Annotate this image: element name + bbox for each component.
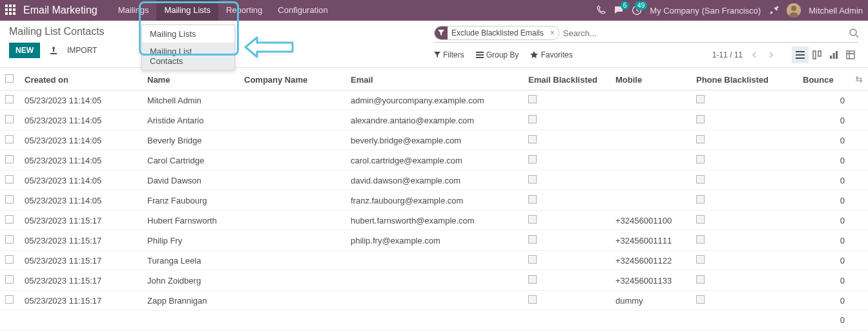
cell-email: admin@yourcompany.example.com [346,90,523,110]
cell-email: philip.fry@example.com [346,231,523,251]
cell-phone-blacklisted [691,211,798,231]
cell-phone-blacklisted [691,271,798,291]
topbar: Email Marketing Mailings Mailing Lists R… [0,0,868,21]
col-bounce[interactable]: Bounce [798,68,850,90]
facet-remove[interactable]: × [546,28,559,37]
row-checkbox[interactable] [5,155,14,163]
menu-configuration[interactable]: Configuration [270,0,335,21]
phone-blacklisted-checkbox [696,175,705,183]
search-bar: Exclude Blacklisted Emails × [434,26,859,43]
cell-created: 05/23/2023 11:15:17 [19,211,142,231]
menu-mailing-lists[interactable]: Mailing Lists [156,0,218,21]
view-list[interactable] [792,47,809,63]
cell-bounce: 0 [798,231,850,251]
svg-rect-10 [813,51,816,59]
filters-label: Filters [443,50,464,59]
group-by-button[interactable]: Group By [476,50,519,59]
debug-icon[interactable] [769,5,779,16]
facet-label: Exclude Blacklisted Emails [448,28,546,37]
cell-phone-blacklisted [691,251,798,271]
phone-blacklisted-checkbox [696,155,705,163]
phone-icon[interactable] [595,5,606,16]
col-phone-blacklisted[interactable]: Phone Blacklisted [691,68,798,90]
row-checkbox[interactable] [5,175,14,183]
view-pivot[interactable] [842,47,859,63]
cell-name: David Dawson [142,171,239,191]
cell-created: 05/23/2023 11:15:17 [19,271,142,291]
avatar[interactable] [787,3,801,17]
menu-reporting[interactable]: Reporting [218,0,270,21]
svg-rect-13 [833,53,835,59]
bounce-total: 0 [798,311,850,330]
table-row[interactable]: 05/23/2023 11:15:17Turanga Leela+3245600… [0,251,868,271]
col-optional[interactable] [850,68,868,90]
favorites-button[interactable]: Favorites [530,50,572,59]
phone-blacklisted-checkbox [696,115,705,123]
table-row[interactable]: 05/23/2023 11:15:17Zapp Brannigandummy0 [0,291,868,311]
apps-icon[interactable] [5,5,17,16]
row-checkbox[interactable] [5,235,14,244]
cell-mobile: +32456001111 [610,231,691,251]
table-row[interactable]: 05/23/2023 11:14:05Mitchell Adminadmin@y… [0,90,868,110]
select-all-checkbox[interactable] [5,74,14,83]
table-row[interactable]: 05/23/2023 11:14:05Beverly Bridgebeverly… [0,130,868,151]
row-checkbox[interactable] [5,115,14,123]
group-by-label: Group By [486,50,519,59]
cell-email: david.dawson@example.com [346,171,523,191]
col-company-name[interactable]: Company Name [239,68,346,90]
cell-phone-blacklisted [691,171,798,191]
user-menu[interactable]: Mitchell Admin [809,6,863,16]
col-created-on[interactable]: Created on [19,68,142,90]
messages-icon[interactable]: 6 [614,5,624,16]
row-checkbox[interactable] [5,295,14,304]
search-input[interactable] [563,28,849,38]
cell-phone-blacklisted [691,151,798,171]
table-row[interactable]: 05/23/2023 11:14:05Aristide Antarioalexa… [0,110,868,130]
table-row[interactable]: 05/23/2023 11:15:17John Zoidberg+3245600… [0,271,868,291]
table-row[interactable]: 05/23/2023 11:14:05Franz Faubourgfranz.f… [0,191,868,211]
pager-prev[interactable] [749,51,760,59]
search-icon[interactable] [849,28,859,38]
filters-button[interactable]: Filters [434,50,464,59]
cell-mobile [610,171,691,191]
cell-email-blacklisted [523,110,610,130]
row-checkbox[interactable] [5,255,14,264]
activities-icon[interactable]: 49 [632,5,642,16]
table-row[interactable]: 05/23/2023 11:15:17Hubert Farnsworthhube… [0,211,868,231]
col-email[interactable]: Email [346,68,523,90]
pager[interactable]: 1-11 / 11 [712,50,743,59]
email-blacklisted-checkbox [528,295,537,304]
svg-point-2 [791,6,796,11]
col-name[interactable]: Name [142,68,239,90]
cell-name: Aristide Antario [142,110,239,130]
row-checkbox[interactable] [5,195,14,204]
cell-company [239,211,346,231]
company-selector[interactable]: My Company (San Francisco) [650,6,761,16]
cell-phone-blacklisted [691,231,798,251]
cell-created: 05/23/2023 11:15:17 [19,291,142,311]
svg-rect-14 [836,51,838,59]
col-mobile[interactable]: Mobile [610,68,691,90]
import-button[interactable]: IMPORT [67,46,97,55]
svg-rect-7 [796,51,805,52]
cell-bounce: 0 [798,291,850,311]
pager-next[interactable] [766,51,776,59]
view-kanban[interactable] [809,47,825,63]
col-email-blacklisted[interactable]: Email Blacklisted [523,68,610,90]
cell-bounce: 0 [798,251,850,271]
table-row[interactable]: 05/23/2023 11:14:05David Dawsondavid.daw… [0,171,868,191]
dropdown-item-mailing-list-contacts[interactable]: Mailing List Contacts [142,43,234,70]
table-row[interactable]: 05/23/2023 11:15:17Philip Fryphilip.fry@… [0,231,868,251]
row-checkbox[interactable] [5,215,14,224]
row-checkbox[interactable] [5,135,14,143]
dropdown-item-mailing-lists[interactable]: Mailing Lists [142,25,234,43]
phone-blacklisted-checkbox [696,215,705,224]
new-button[interactable]: NEW [9,43,40,58]
row-checkbox[interactable] [5,275,14,284]
cell-phone-blacklisted [691,90,798,110]
upload-icon[interactable] [49,46,58,55]
view-graph[interactable] [825,47,842,63]
row-checkbox[interactable] [5,95,14,103]
table-row[interactable]: 05/23/2023 11:14:05Carol Cartridgecarol.… [0,151,868,171]
menu-mailings[interactable]: Mailings [110,0,157,21]
